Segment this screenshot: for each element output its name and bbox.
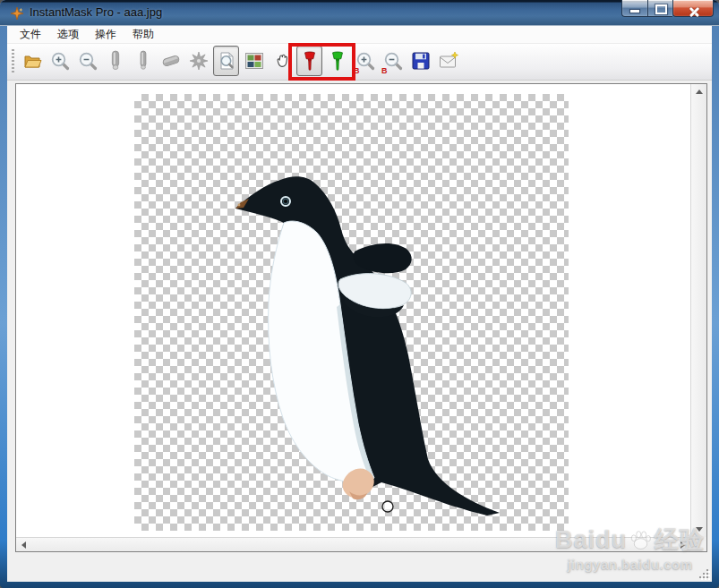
zoom-in-b-button[interactable]: B: [352, 46, 378, 76]
transparency-checkerboard[interactable]: [134, 94, 569, 531]
green-brush-icon: [328, 50, 347, 72]
canvas-frame: [15, 83, 707, 552]
preview-zoom-button[interactable]: [213, 46, 239, 76]
menu-help[interactable]: 帮助: [124, 25, 162, 44]
marker-small-button[interactable]: [130, 46, 156, 76]
scrollbar-corner: [690, 537, 706, 551]
app-icon: [10, 6, 24, 21]
keep-brush-button[interactable]: [296, 46, 322, 76]
close-icon: [689, 7, 699, 18]
menu-bar: 文件 选项 操作 帮助: [7, 26, 712, 44]
hand-icon: [272, 51, 292, 71]
eraser-button[interactable]: [158, 46, 184, 76]
client-area: 文件 选项 操作 帮助: [7, 26, 712, 582]
minimize-button[interactable]: [621, 0, 647, 17]
star-icon: [188, 50, 210, 72]
maximize-button[interactable]: [647, 0, 672, 17]
menu-operations[interactable]: 操作: [87, 25, 124, 44]
page-magnifier-icon: [216, 50, 237, 72]
canvas-viewport[interactable]: [16, 84, 690, 537]
folder-icon: [21, 50, 43, 72]
window-title: InstantMask Pro - aaa.jpg: [30, 5, 162, 19]
remove-brush-button[interactable]: [324, 46, 350, 76]
zoom-b-label: B: [381, 67, 388, 75]
scroll-right-icon[interactable]: [680, 541, 685, 549]
penguin-image: [134, 94, 569, 531]
zoom-out-button[interactable]: [74, 46, 100, 76]
horizontal-scrollbar[interactable]: [16, 537, 690, 551]
eraser-icon: [160, 50, 182, 72]
resize-grip[interactable]: [697, 567, 709, 579]
effects-button[interactable]: [185, 46, 211, 76]
marker-icon: [133, 49, 153, 72]
open-file-button[interactable]: [19, 46, 45, 76]
caption-buttons: [621, 0, 714, 17]
scroll-left-icon[interactable]: [21, 541, 26, 549]
export-button[interactable]: [435, 46, 461, 76]
zoom-out-b-button[interactable]: B: [380, 46, 406, 76]
envelope-icon: [438, 50, 459, 72]
scroll-up-icon[interactable]: [696, 89, 703, 94]
menu-file[interactable]: 文件: [12, 25, 49, 44]
marker-icon: [106, 49, 125, 72]
maximize-icon: [655, 4, 667, 14]
scroll-down-icon[interactable]: [696, 527, 703, 532]
menu-options[interactable]: 选项: [49, 25, 87, 44]
thumbnails-icon: [244, 50, 265, 72]
status-bar: [7, 552, 712, 582]
zoom-in-button[interactable]: [47, 46, 73, 76]
zoom-out-icon: [77, 50, 98, 72]
toolbar: B B: [7, 44, 712, 81]
zoom-b-label: B: [354, 67, 360, 75]
pan-button[interactable]: [269, 46, 295, 76]
vertical-scrollbar[interactable]: [690, 84, 706, 537]
close-button[interactable]: [672, 0, 714, 17]
minimize-icon: [630, 10, 639, 13]
zoom-in-icon: [49, 50, 71, 72]
floppy-icon: [410, 50, 432, 72]
app-window: InstantMask Pro - aaa.jpg 文件 选项 操作 帮助: [0, 0, 719, 588]
brush-cursor: [382, 501, 393, 512]
window-titlebar[interactable]: InstantMask Pro - aaa.jpg: [0, 0, 719, 26]
marker-large-button[interactable]: [102, 46, 128, 76]
thumbnails-button[interactable]: [241, 46, 267, 76]
save-button[interactable]: [407, 46, 433, 76]
red-brush-icon: [300, 50, 320, 72]
toolbar-grip[interactable]: [12, 49, 14, 72]
